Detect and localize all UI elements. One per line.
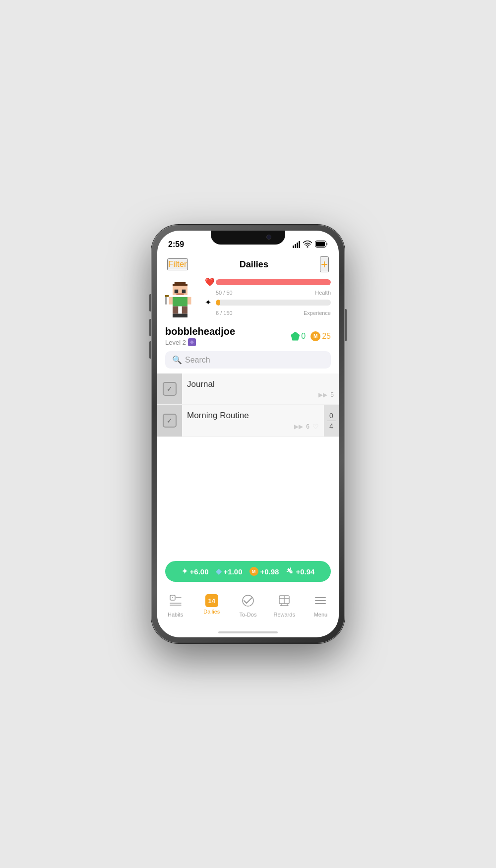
nav-item-dailies[interactable]: 14 Dailies (193, 594, 230, 618)
star-value: +6.00 (190, 567, 209, 576)
coin-value: +0.98 (260, 567, 279, 576)
counter-current: 0 (329, 412, 333, 420)
reward-coin: M +0.98 (249, 567, 279, 576)
sword-value: +0.94 (296, 567, 314, 576)
habits-icon (169, 594, 182, 610)
page-title: Dailies (240, 259, 268, 270)
status-icons (293, 241, 328, 249)
currencies: 0 M 25 (291, 331, 331, 341)
nav-item-menu[interactable]: Menu (303, 594, 339, 618)
task-list: ✓ Journal ▶▶ 5 ✓ (157, 373, 339, 463)
task-streak: 5 (330, 391, 334, 398)
sword-reward-icon: 🗡 (284, 565, 296, 577)
dailies-icon: 14 (205, 594, 218, 607)
diamond-value: +1.00 (224, 567, 243, 576)
counter-total: 4 (329, 422, 333, 430)
menu-label: Menu (314, 612, 328, 618)
svg-rect-1 (316, 242, 325, 247)
svg-rect-11 (187, 297, 191, 305)
diamond-badge-icon (190, 340, 194, 344)
nav-item-habits[interactable]: Habits (157, 594, 193, 618)
exp-label-row: 6 / 150 Experience (205, 310, 331, 316)
user-left: bobbleheadjoe Level 2 (165, 326, 235, 346)
svg-rect-10 (169, 297, 173, 305)
svg-rect-17 (180, 314, 187, 318)
task-item[interactable]: ✓ Morning Routine ▶▶ 6 ♡ 0 4 (157, 405, 339, 437)
task-content: Journal ▶▶ 5 (182, 373, 339, 404)
reward-banner: ✦ +6.00 ◆ +1.00 M +0.98 🗡 +0.94 (165, 561, 331, 582)
health-value: 50 / 50 (216, 290, 233, 296)
checkmark-icon: ✓ (167, 385, 173, 393)
home-indicator (157, 627, 339, 637)
task-meta: ▶▶ 6 ♡ (187, 423, 319, 431)
todos-label: To-Dos (240, 612, 257, 618)
exp-bar-fill (216, 300, 220, 306)
nav-item-rewards[interactable]: Rewards (266, 594, 303, 618)
task-checkbox-area[interactable]: ✓ (157, 405, 182, 436)
phone-frame: 2:59 (151, 225, 345, 643)
habits-label: Habits (168, 612, 183, 618)
task-checkbox[interactable]: ✓ (163, 382, 177, 396)
gem-icon (291, 332, 300, 341)
task-title: Journal (187, 379, 334, 389)
svg-rect-7 (182, 290, 186, 294)
task-content: Morning Routine ▶▶ 6 ♡ (182, 405, 324, 436)
task-checkbox-area[interactable]: ✓ (157, 373, 182, 404)
gem-currency: 0 (291, 332, 306, 341)
svg-rect-9 (173, 297, 187, 307)
task-checkbox[interactable]: ✓ (163, 414, 177, 428)
streak-arrow-icon: ▶▶ (294, 423, 303, 430)
svg-rect-14 (173, 307, 178, 314)
character-section: ❤️ 50 / 50 Health ✦ 6 / 15 (157, 277, 339, 323)
exp-bar-container (216, 300, 331, 306)
svg-rect-8 (177, 293, 184, 295)
gold-count: 25 (322, 332, 331, 341)
exp-value: 6 / 150 (216, 310, 233, 316)
health-bar-container (216, 279, 331, 285)
diamond-reward-icon: ◆ (216, 567, 222, 576)
health-row: ❤️ (205, 277, 331, 287)
phone-screen: 2:59 (157, 231, 339, 637)
heart-task-icon: ♡ (312, 423, 319, 431)
checkmark-icon: ✓ (167, 417, 173, 425)
user-info: bobbleheadjoe Level 2 0 M 25 (157, 323, 339, 351)
filter-button[interactable]: Filter (167, 258, 188, 270)
coin-reward-icon: M (249, 567, 258, 576)
task-counter[interactable]: 0 4 (324, 405, 339, 436)
search-bar[interactable]: 🔍 Search (165, 351, 331, 369)
character-sprite (165, 278, 200, 317)
task-meta: ▶▶ 5 (187, 391, 334, 398)
svg-rect-2 (175, 282, 186, 284)
rewards-icon (278, 594, 291, 610)
svg-rect-3 (173, 284, 187, 286)
app-header: Filter Dailies + (157, 252, 339, 277)
svg-rect-13 (165, 295, 169, 297)
svg-rect-15 (182, 307, 187, 314)
search-input[interactable]: Search (185, 356, 210, 365)
stats-section: ❤️ 50 / 50 Health ✦ 6 / 15 (200, 277, 331, 318)
add-button[interactable]: + (320, 256, 329, 272)
nav-item-todos[interactable]: To-Dos (230, 594, 266, 618)
task-streak: 6 (306, 423, 310, 430)
gold-currency: M 25 (310, 331, 331, 341)
todos-icon (242, 594, 254, 610)
wifi-icon (303, 241, 312, 249)
counter-divider (327, 421, 336, 421)
search-icon: 🔍 (172, 355, 182, 365)
svg-rect-16 (173, 314, 180, 318)
rewards-label: Rewards (274, 612, 295, 618)
dailies-label: Dailies (203, 609, 220, 615)
task-title: Morning Routine (187, 411, 319, 421)
svg-rect-6 (175, 290, 179, 294)
reward-diamond: ◆ +1.00 (216, 567, 243, 576)
status-time: 2:59 (168, 240, 184, 249)
bottom-nav: Habits 14 Dailies To-Dos (157, 590, 339, 627)
star-spark-icon: ✦ (205, 298, 216, 307)
reward-sword: 🗡 +0.94 (286, 567, 314, 576)
signal-icon (293, 241, 300, 248)
character-avatar (165, 280, 195, 317)
level-badge (188, 338, 196, 346)
user-level: Level 2 (165, 338, 235, 346)
username: bobbleheadjoe (165, 326, 235, 337)
task-item[interactable]: ✓ Journal ▶▶ 5 (157, 373, 339, 405)
